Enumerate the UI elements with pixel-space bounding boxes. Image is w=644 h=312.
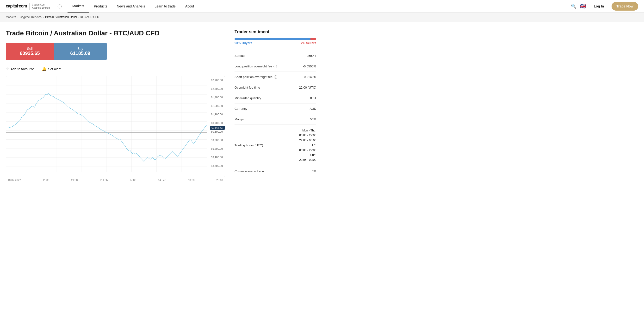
nav-news[interactable]: News and Analysis xyxy=(112,0,150,13)
alert-label: Set alert xyxy=(48,67,60,71)
chart-x-label: 11:00 xyxy=(43,179,50,182)
stats-row-commission: Commission on trade 0% xyxy=(234,166,316,177)
chart-y-label: 61,900.00 xyxy=(208,96,223,99)
main-content: Trade Bitcoin / Australian Dollar - BTC/… xyxy=(0,22,322,189)
stats-value-margin: 50% xyxy=(310,117,316,121)
breadcrumb-sep-2: › xyxy=(43,16,44,19)
chart-y-label: 59,100.00 xyxy=(208,156,223,159)
stats-label-currency: Currency xyxy=(234,107,247,110)
stats-row-min-qty: Min traded quantity 0.01 xyxy=(234,93,316,103)
stats-label-spread: Spread xyxy=(234,54,244,58)
trade-now-button[interactable]: Trade Now xyxy=(612,2,638,11)
chart-y-label: 61,100.00 xyxy=(208,113,223,116)
clock-icon: ◯ xyxy=(58,4,62,9)
chart-y-label: 61,500.00 xyxy=(208,104,223,107)
action-links: ☆ Add to favourite 🔔 Set alert xyxy=(6,67,225,71)
star-icon: ☆ xyxy=(6,67,9,71)
sentiment-title: Trader sentiment xyxy=(234,29,316,34)
chart-y-label: 59,500.00 xyxy=(208,147,223,150)
sentiment-buyers-bar xyxy=(234,38,310,40)
breadcrumb-crypto[interactable]: Cryptocurrencies xyxy=(20,16,42,19)
stats-value-min-qty: 0.01 xyxy=(310,96,316,100)
logo-text: capital·com xyxy=(6,4,27,9)
chart-x-label: 23:00 xyxy=(216,179,223,182)
left-panel: Trade Bitcoin / Australian Dollar - BTC/… xyxy=(6,29,225,182)
breadcrumb-current: Bitcoin / Australian Dollar - BTC/AUD CF… xyxy=(45,16,99,19)
stats-label-overnight-time: Overnight fee time xyxy=(234,86,260,89)
nav-learn[interactable]: Learn to trade xyxy=(150,0,180,13)
stats-row-long: Long position overnight fee i -0.0500% xyxy=(234,61,316,72)
current-price-tag: 60,925.65 xyxy=(210,126,225,130)
stats-table: Spread 259.44 Long position overnight fe… xyxy=(234,51,316,177)
chart-x-label: 14 Feb xyxy=(158,179,166,182)
navbar: capital·com Capital ComAustralia Limited… xyxy=(0,0,644,13)
sentiment-labels: 93% Buyers 7% Sellers xyxy=(234,41,316,45)
breadcrumb: Markets › Cryptocurrencies › Bitcoin / A… xyxy=(0,13,644,22)
chart-x-label: 13:00 xyxy=(188,179,195,182)
chart-x-label: 10.02.2022 xyxy=(8,179,21,182)
nav-links: Markets Products News and Analysis Learn… xyxy=(68,0,571,13)
sell-label: Sell xyxy=(17,47,42,51)
stats-value-commission: 0% xyxy=(312,170,316,173)
stats-row-spread: Spread 259.44 xyxy=(234,51,316,61)
nav-markets[interactable]: Markets xyxy=(68,0,89,13)
stats-value-trading-hours: Mon - Thu:00:00 - 22:0022:05 - 00:00Fri:… xyxy=(299,128,316,163)
sentiment-bar-track xyxy=(234,38,316,40)
stats-label-short: Short position overnight fee i xyxy=(234,75,277,79)
stats-value-spread: 259.44 xyxy=(306,54,316,58)
stats-value-long: -0.0500% xyxy=(303,65,316,68)
breadcrumb-markets[interactable]: Markets xyxy=(6,16,16,19)
favourite-label: Add to favourite xyxy=(10,67,34,71)
stats-row-short: Short position overnight fee i 0.0140% xyxy=(234,72,316,82)
chart-x-label: 21:00 xyxy=(71,179,78,182)
favourite-link[interactable]: ☆ Add to favourite xyxy=(6,67,34,71)
stats-value-overnight-time: 22:00 (UTC) xyxy=(299,86,316,89)
stats-label-margin: Margin xyxy=(234,117,244,121)
sentiment-buyers-label: 93% Buyers xyxy=(234,41,252,45)
stats-row-margin: Margin 50% xyxy=(234,114,316,125)
logo-subtitle: Capital ComAustralia Limited xyxy=(32,3,50,9)
buy-button[interactable]: Buy 61185.09 xyxy=(54,43,107,60)
stats-label-commission: Commission on trade xyxy=(234,170,264,173)
sell-price: 60925.65 xyxy=(17,51,42,56)
sell-button[interactable]: Sell 60925.65 xyxy=(6,43,54,60)
buy-price: 61185.09 xyxy=(65,51,95,56)
price-chart: 62,700.00 62,300.00 61,900.00 61,500.00 … xyxy=(6,76,225,177)
stats-row-currency: Currency AUD xyxy=(234,103,316,114)
stats-value-short: 0.0140% xyxy=(304,75,316,79)
sentiment-bar: 93% Buyers 7% Sellers xyxy=(234,38,316,45)
chart-x-labels: 10.02.2022 11:00 21:00 11 Feb 17:00 14 F… xyxy=(6,177,225,182)
buy-label: Buy xyxy=(65,47,95,51)
chart-y-labels: 62,700.00 62,300.00 61,900.00 61,500.00 … xyxy=(207,76,225,170)
chart-y-label: 59,900.00 xyxy=(208,139,223,141)
chart-x-label: 11 Feb xyxy=(100,179,108,182)
chart-y-label: 62,300.00 xyxy=(208,87,223,90)
stats-label-long: Long position overnight fee i xyxy=(234,65,277,68)
chart-y-label: 58,700.00 xyxy=(208,165,223,167)
stats-label-min-qty: Min traded quantity xyxy=(234,96,261,100)
chart-y-label: 60,300.00 xyxy=(208,130,223,133)
sentiment-sellers-label: 7% Sellers xyxy=(300,41,316,45)
stats-label-trading-hours: Trading hours (UTC) xyxy=(234,143,263,147)
sentiment-sellers-bar xyxy=(310,38,316,40)
stats-row-overnight-time: Overnight fee time 22:00 (UTC) xyxy=(234,82,316,93)
chart-y-label: 62,700.00 xyxy=(208,79,223,82)
bell-icon: 🔔 xyxy=(42,67,46,71)
trade-buttons: Sell 60925.65 Buy 61185.09 xyxy=(6,43,225,60)
logo: capital·com Capital ComAustralia Limited xyxy=(6,3,50,10)
nav-about[interactable]: About xyxy=(180,0,199,13)
right-panel: Trader sentiment 93% Buyers 7% Sellers S… xyxy=(234,29,316,182)
login-button[interactable]: Log In xyxy=(590,3,608,10)
page-title: Trade Bitcoin / Australian Dollar - BTC/… xyxy=(6,29,225,37)
breadcrumb-sep-1: › xyxy=(18,16,18,19)
flag-icon[interactable]: 🇬🇧 xyxy=(580,3,586,9)
chart-x-label: 17:00 xyxy=(130,179,136,182)
info-icon-short[interactable]: i xyxy=(274,75,277,79)
nav-products[interactable]: Products xyxy=(89,0,112,13)
nav-right: 🔍 🇬🇧 Log In Trade Now xyxy=(571,2,638,11)
alert-link[interactable]: 🔔 Set alert xyxy=(42,67,60,71)
search-icon[interactable]: 🔍 xyxy=(571,4,576,9)
info-icon-long[interactable]: i xyxy=(274,65,277,68)
chart-y-label: 60,700.00 xyxy=(208,122,223,124)
stats-row-trading-hours: Trading hours (UTC) Mon - Thu:00:00 - 22… xyxy=(234,125,316,166)
